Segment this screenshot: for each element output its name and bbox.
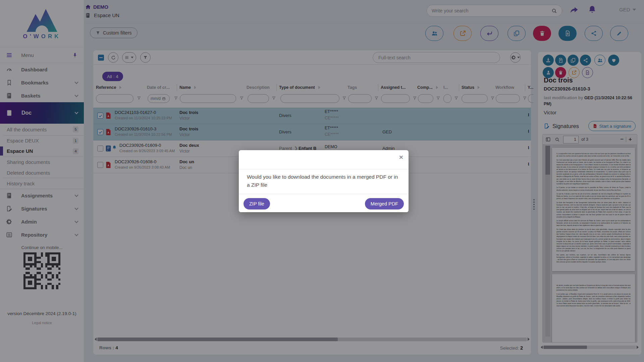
zip-file-button[interactable]: ZIP file: [244, 198, 270, 209]
close-icon[interactable]: ×: [399, 154, 403, 161]
dialog-message: Would you like to download the documents…: [247, 173, 401, 189]
download-choice-dialog: × Would you like to download the documen…: [239, 150, 409, 212]
dialog-header: ×: [239, 150, 409, 169]
app-window: O'WORK Menu Dashboard Bookmarks Baskets …: [0, 0, 644, 362]
dialog-footer: ZIP file Merged PDF: [239, 194, 409, 212]
merged-pdf-button[interactable]: Merged PDF: [365, 198, 404, 209]
